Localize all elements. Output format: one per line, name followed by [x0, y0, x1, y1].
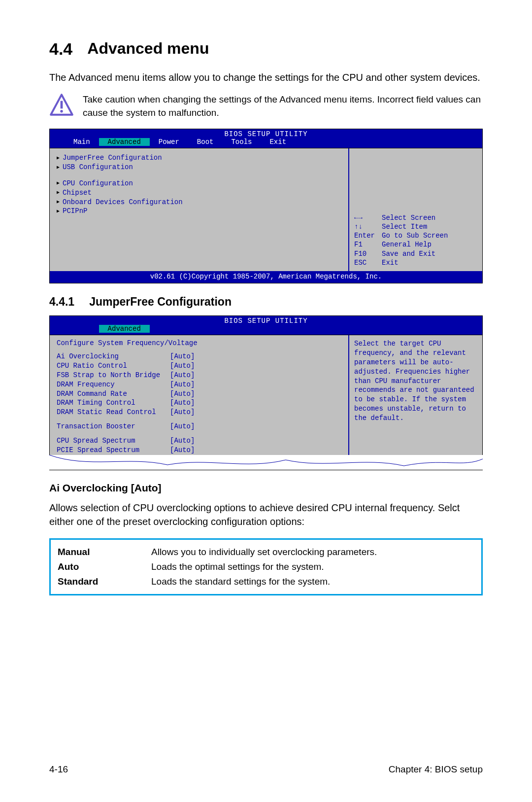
menu-item-usb: ▶USB Configuration	[57, 163, 341, 172]
setting-value: [Auto]	[170, 446, 195, 455]
menu-item-jumperfree: ▶JumperFree Configuration	[57, 153, 341, 163]
option-name: Manual	[58, 547, 151, 558]
setting-label: DRAM Frequency	[57, 380, 170, 389]
setting-label: DRAM Timing Control	[57, 398, 170, 408]
bios-title: BIOS SETUP UTILITY	[50, 129, 482, 138]
setting-value: [Auto]	[170, 408, 195, 417]
setting-value: [Auto]	[170, 436, 195, 446]
section-title: Advanced menu	[87, 39, 209, 59]
submenu-arrow-icon: ▶	[57, 208, 60, 215]
intro-paragraph: The Advanced menu items allow you to cha…	[49, 70, 483, 84]
setting-value: [Auto]	[170, 389, 195, 399]
bios-screenshot-advanced: BIOS SETUP UTILITY Main Advanced Power B…	[49, 129, 483, 283]
option-row: Manual Allows you to individually set ov…	[58, 545, 474, 559]
setting-item-heading: Ai Overclocking [Auto]	[49, 482, 483, 494]
bios-copyright: v02.61 (C)Copyright 1985-2007, American …	[50, 271, 482, 283]
subsection-number: 4.4.1	[49, 295, 74, 309]
setting-label: CPU Spread Spectrum	[57, 436, 170, 446]
setting-label: CPU Ratio Control	[57, 361, 170, 371]
bios-tab-tools: Tools	[222, 138, 261, 146]
setting-label: PCIE Spread Spectrum	[57, 446, 170, 455]
setting-value: [Auto]	[170, 371, 195, 380]
setting-row: PCIE Spread Spectrum[Auto]	[57, 446, 341, 455]
submenu-arrow-icon: ▶	[57, 164, 60, 171]
setting-value: [Auto]	[170, 352, 195, 361]
option-name: Auto	[58, 561, 151, 572]
option-row: Auto Loads the optimal settings for the …	[58, 559, 474, 574]
bios-tab-bar: MainAdvanced	[50, 325, 482, 335]
submenu-arrow-icon: ▶	[57, 155, 60, 162]
option-desc: Loads the standard settings for the syst…	[151, 576, 330, 587]
bios-tab-boot: Boot	[188, 138, 223, 146]
setting-value: [Auto]	[170, 380, 195, 389]
setting-label: Transaction Booster	[57, 422, 170, 431]
section-number: 4.4	[49, 39, 72, 59]
menu-item-pcipnp: ▶PCIPnP	[57, 207, 341, 216]
setting-value: [Auto]	[170, 422, 195, 431]
page-footer: 4-16 Chapter 4: BIOS setup	[49, 764, 483, 775]
bios-tab-advanced: Advanced	[99, 138, 150, 146]
bios-help-panel: ←→Select Screen ↑↓Select Item EnterGo to…	[349, 148, 482, 271]
setting-value: [Auto]	[170, 398, 195, 408]
chapter-label: Chapter 4: BIOS setup	[389, 764, 483, 775]
bios-help-panel: Select the target CPU frequency, and the…	[349, 335, 482, 457]
setting-row: DRAM Static Read Control[Auto]	[57, 408, 341, 417]
submenu-arrow-icon: ▶	[57, 189, 60, 196]
bios-tab-advanced: Advanced	[99, 325, 150, 333]
setting-value: [Auto]	[170, 361, 195, 371]
caution-block: Take caution when changing the settings …	[49, 93, 483, 120]
setting-row: Ai Overclocking[Auto]	[57, 352, 341, 361]
setting-row: CPU Spread Spectrum[Auto]	[57, 436, 341, 446]
setting-row: DRAM Command Rate[Auto]	[57, 389, 341, 399]
menu-item-onboard: ▶Onboard Devices Configuration	[57, 198, 341, 207]
page-number: 4-16	[49, 764, 68, 775]
submenu-arrow-icon: ▶	[57, 180, 60, 187]
submenu-arrow-icon: ▶	[57, 199, 60, 206]
settings-header: Configure System Frequency/Voltage	[57, 339, 341, 347]
section-heading: 4.4 Advanced menu	[49, 39, 483, 59]
bios-settings-panel: Configure System Frequency/Voltage Ai Ov…	[50, 335, 349, 457]
option-row: Standard Loads the standard settings for…	[58, 574, 474, 589]
svg-rect-1	[61, 101, 63, 109]
setting-row: FSB Strap to North Bridge[Auto]	[57, 371, 341, 380]
option-desc: Allows you to individually set overclock…	[151, 547, 377, 558]
menu-item-cpu: ▶CPU Configuration	[57, 179, 341, 188]
setting-row: CPU Ratio Control[Auto]	[57, 361, 341, 371]
bios-tab-main: Main	[65, 138, 99, 146]
bios-screenshot-jumperfree: BIOS SETUP UTILITY MainAdvanced Configur…	[49, 315, 483, 470]
setting-row: Transaction Booster[Auto]	[57, 422, 341, 431]
bios-help-text: Select the target CPU frequency, and the…	[354, 339, 477, 423]
svg-point-2	[60, 110, 63, 112]
subsection-heading: 4.4.1 JumperFree Configuration	[49, 295, 483, 309]
setting-label: FSB Strap to North Bridge	[57, 371, 170, 380]
setting-item-desc: Allows selection of CPU overclocking opt…	[49, 501, 483, 528]
bios-tab-exit: Exit	[261, 138, 295, 146]
bios-menu-panel: ▶JumperFree Configuration ▶USB Configura…	[50, 148, 349, 271]
menu-item-chipset: ▶Chipset	[57, 188, 341, 198]
setting-row: DRAM Frequency[Auto]	[57, 380, 341, 389]
setting-label: DRAM Command Rate	[57, 389, 170, 399]
setting-label: DRAM Static Read Control	[57, 408, 170, 417]
option-desc: Loads the optimal settings for the syste…	[151, 561, 324, 572]
option-table: Manual Allows you to individually set ov…	[49, 538, 483, 595]
torn-edge-graphic	[49, 455, 483, 470]
option-name: Standard	[58, 576, 151, 587]
bios-tab-bar: Main Advanced Power Boot Tools Exit	[50, 138, 482, 148]
bios-tab-power: Power	[150, 138, 188, 146]
bios-title: BIOS SETUP UTILITY	[50, 316, 482, 325]
caution-text: Take caution when changing the settings …	[83, 93, 483, 119]
subsection-title: JumperFree Configuration	[89, 295, 232, 309]
caution-icon	[49, 93, 74, 120]
setting-label: Ai Overclocking	[57, 352, 170, 361]
setting-row: DRAM Timing Control[Auto]	[57, 398, 341, 408]
